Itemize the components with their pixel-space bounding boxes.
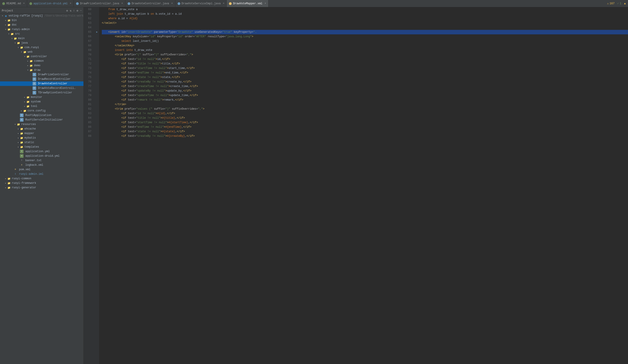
tab-close-readme[interactable]: × (23, 2, 25, 5)
tree-label-monitor: monitor (31, 96, 42, 99)
tree-item-ruoyiapp[interactable]: ▸ C RuoYiApplication (0, 113, 83, 118)
pom-icon: M (13, 168, 17, 171)
tree-label-ehcache: ehcache (24, 127, 36, 130)
tree-item-mybatis[interactable]: ▸ 📁 mybatis (0, 136, 83, 140)
gutter-84 (94, 116, 99, 120)
arrow-common: ▸ (26, 60, 29, 62)
tab-close-drawvotemapper[interactable]: × (265, 2, 266, 5)
line-61: left join t_draw_option b on b.vote_id =… (102, 12, 628, 16)
tree-item-ruoyicommon[interactable]: ▸ 📁 ruoyi-common (0, 176, 83, 181)
line-73: <if test="startTime != null">start_time,… (102, 66, 628, 70)
arrow-doc: ▸ (4, 23, 7, 26)
tree-item-system[interactable]: ▸ 📁 system (0, 100, 83, 104)
tab-bar: README.md × application-druid.yml × Draw… (0, 0, 628, 7)
arrow-resources: ▾ (13, 123, 17, 126)
gutter-81 (94, 102, 99, 107)
tree-item-controller[interactable]: ▾ 📁 controller (0, 54, 83, 59)
tree-item-drawrecord[interactable]: ▸ C DrawRecordController (0, 77, 83, 81)
code-content[interactable]: from t_draw_vote a left join t_draw_opti… (99, 7, 628, 364)
tab-readme[interactable]: README.md × (0, 0, 27, 7)
tree-item-appdruid[interactable]: ▸ Y application-druid.yml (0, 154, 83, 158)
gutter-61 (94, 12, 99, 16)
line-60: from t_draw_vote a (102, 7, 628, 12)
tree-item-pom[interactable]: ▸ M pom.xml (0, 167, 83, 172)
tree-item-tdrawoption[interactable]: ▸ C TDrawOptionController (0, 90, 83, 95)
tab-close-drawprize[interactable]: × (121, 2, 123, 5)
gutter-68 (94, 43, 99, 48)
tree-item-ehcache[interactable]: ▸ 📁 ehcache (0, 127, 83, 131)
tree-item-ruoyi-admin[interactable]: ▾ 📁 ruoyi-admin (0, 27, 83, 32)
gutter-69 (94, 48, 99, 53)
minus-icon[interactable]: − (80, 9, 82, 12)
tab-close-drawvotecontroller[interactable]: × (171, 2, 173, 5)
tree-item-ruoyiframework[interactable]: ▸ 📁 ruoyi-framework (0, 181, 83, 185)
java-icon-ruoyiservlet: C (20, 118, 23, 122)
tree-item-ruoyigenerator[interactable]: ▸ 📁 ruoyi-generator (0, 185, 83, 190)
tree-item-appyml[interactable]: ▸ Y application.yml (0, 149, 83, 154)
tree-item-iml[interactable]: ▸ I ruoyi-admin.iml (0, 172, 83, 176)
folder-icon-common: 📁 (29, 59, 33, 63)
tree-item-main[interactable]: ▾ 📁 main (0, 36, 83, 41)
tree-item-templates[interactable]: ▸ 📁 templates (0, 145, 83, 149)
tab-close-drawvoteservice[interactable]: × (223, 2, 224, 5)
gutter-87 (94, 129, 99, 134)
settings-icon[interactable]: ⚙ (77, 9, 78, 12)
tree-label-system: system (31, 100, 40, 103)
tab-application-druid[interactable]: application-druid.yml × (27, 0, 74, 7)
tree-item-monitor[interactable]: ▸ 📁 monitor (0, 95, 83, 100)
tree-label-bin: bin (12, 19, 17, 22)
gutter-67 (94, 39, 99, 43)
expand-all-icon[interactable]: ⇅ (70, 9, 71, 12)
editor[interactable]: 6061626364 6566676869 7071727374 7576777… (84, 7, 628, 364)
tree-label-mapper: mapper (24, 132, 34, 135)
sidebar: Project ⚙ ⇅ ↕ ⚙ − ▾ ▣ voting-raffle [ruo… (0, 7, 84, 364)
tab-label-readme: README.md (6, 2, 21, 5)
tree-item-drawvote[interactable]: ▸ C DrawVoteController (0, 81, 83, 86)
gutter-83 (94, 111, 99, 116)
tab-label-drawvotemapper: DrawVoteMapper.xml (233, 2, 262, 5)
tree-item-drawvoterecord[interactable]: ▸ C DrawVoteRecordControll… (0, 86, 83, 90)
tree-label-root: voting-raffle [ruoyi] /Users/develop/rui… (8, 14, 84, 17)
line-64 (102, 25, 628, 30)
gutter-77 (94, 84, 99, 89)
line-69: insert into t_draw_vote (102, 48, 628, 53)
expand-icon[interactable]: ▲ (624, 2, 626, 5)
tree-item-tool[interactable]: ▸ 📁 tool (0, 104, 83, 109)
folder-icon-system: 📁 (26, 100, 30, 104)
tab-close-druid[interactable]: × (70, 2, 71, 5)
tree-label-pom: pom.xml (19, 168, 30, 171)
gear-icon[interactable]: ⚙ (66, 9, 68, 12)
tree-item-ruoyiservlet[interactable]: ▸ C RuoYiServletInitializer (0, 118, 83, 122)
tree-item-root[interactable]: ▾ ▣ voting-raffle [ruoyi] /Users/develop… (0, 13, 83, 18)
warning-icon: ⚠ (607, 2, 609, 5)
tree-item-mapper[interactable]: ▸ 📁 mapper (0, 131, 83, 136)
tree-item-logback[interactable]: ▸ X logback.xml (0, 163, 83, 167)
tab-drawvotecontroller[interactable]: DrawVoteController.java × (125, 0, 175, 7)
tree-item-banner[interactable]: ▸ T banner.txt (0, 158, 83, 163)
tree-item-comruoyi[interactable]: ▾ 📁 com.ruoyi (0, 45, 83, 50)
tree-item-draw[interactable]: ▾ 📁 draw (0, 68, 83, 72)
tree-label-draw: draw (34, 68, 40, 72)
tab-drawvotemapper[interactable]: DrawVoteMapper.xml × (227, 0, 269, 7)
tree-item-web[interactable]: ▾ 📁 web (0, 50, 83, 54)
tree-label-ruoyiservlet: RuoYiServletInitializer (25, 118, 63, 121)
tree-item-doc[interactable]: ▸ 📁 doc (0, 23, 83, 27)
tree-item-bin[interactable]: ▸ 📁 bin (0, 18, 83, 23)
arrow-main: ▾ (10, 37, 13, 40)
tree-item-resources[interactable]: ▾ 📁 resources (0, 122, 83, 127)
tab-drawprize[interactable]: DrawPrizeController.java × (74, 0, 125, 7)
tab-drawvoteservice[interactable]: DrawVoteServiceImpl.java × (175, 0, 227, 7)
gutter-70 (94, 53, 99, 57)
tree-item-java[interactable]: ▾ 📁 java (0, 41, 83, 45)
tree-item-demo[interactable]: ▸ 📁 demo (0, 63, 83, 68)
tree-item-static[interactable]: ▸ 📁 static (0, 140, 83, 145)
tree-label-tool: tool (31, 105, 37, 108)
tree-item-drawprize[interactable]: ▸ C DrawPrizeController (0, 72, 83, 77)
arrow-tool: ▸ (23, 105, 26, 108)
tree-item-common[interactable]: ▸ 📁 common (0, 59, 83, 63)
collapse-icon[interactable]: ↕ (73, 9, 75, 12)
code-area[interactable]: 6061626364 6566676869 7071727374 7576777… (84, 7, 628, 364)
tree-item-src[interactable]: ▾ 📁 src (0, 32, 83, 36)
line-78: <if test="updateBy != null">update_by,</… (102, 89, 628, 93)
tree-item-coreconfig[interactable]: ▸ 📁 core.config (0, 109, 83, 113)
